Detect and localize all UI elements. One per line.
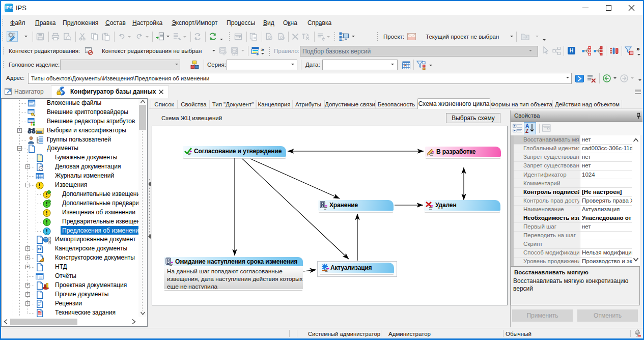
svg-text:Z: Z bbox=[525, 128, 528, 133]
